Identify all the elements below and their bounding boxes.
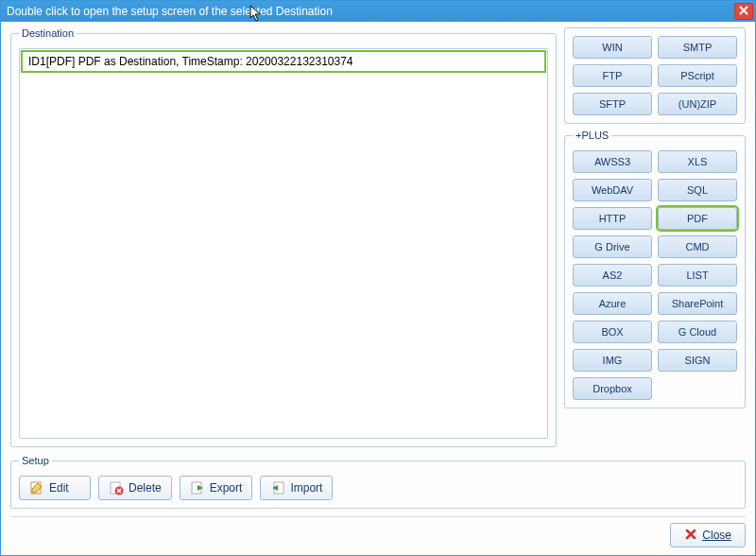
box-button[interactable]: BOX xyxy=(573,321,652,343)
azure-button[interactable]: Azure xyxy=(573,292,652,315)
destination-group: Destination ID1[PDF] PDF as Destination,… xyxy=(10,27,557,447)
close-label: Close xyxy=(702,529,731,542)
xls-button[interactable]: XLS xyxy=(658,150,737,173)
smtp-button[interactable]: SMTP xyxy=(658,36,737,59)
titlebar: Double click to open the setup screen of… xyxy=(1,1,755,22)
plus-types-grid: AWSS3 XLS WebDAV SQL HTTP PDF G Drive CM… xyxy=(573,150,737,400)
edit-button[interactable]: Edit xyxy=(19,476,91,500)
http-button[interactable]: HTTP xyxy=(573,207,652,230)
awss3-button[interactable]: AWSS3 xyxy=(573,150,652,173)
setup-legend: Setup xyxy=(19,455,52,466)
close-button[interactable]: Close xyxy=(670,523,746,547)
setup-buttons: Edit Delete Export xyxy=(19,476,737,500)
base-types-grid: WIN SMTP FTP PScript SFTP (UN)ZIP xyxy=(564,27,746,124)
unzip-button[interactable]: (UN)ZIP xyxy=(658,93,737,115)
as2-button[interactable]: AS2 xyxy=(573,264,652,287)
sftp-button[interactable]: SFTP xyxy=(573,93,652,115)
dropbox-button[interactable]: Dropbox xyxy=(573,377,652,400)
import-button[interactable]: Import xyxy=(260,476,333,500)
import-label: Import xyxy=(290,481,322,495)
export-icon xyxy=(190,480,205,495)
plus-legend: +PLUS xyxy=(573,130,611,141)
pscript-button[interactable]: PScript xyxy=(658,64,737,87)
delete-label: Delete xyxy=(129,481,162,495)
gcloud-button[interactable]: G Cloud xyxy=(658,321,737,343)
titlebar-close-button[interactable] xyxy=(734,3,753,20)
edit-label: Edit xyxy=(49,481,69,495)
img-button[interactable]: IMG xyxy=(573,349,652,372)
pdf-button[interactable]: PDF xyxy=(658,207,737,230)
webdav-button[interactable]: WebDAV xyxy=(573,179,652,201)
dialog-footer: Close xyxy=(10,516,746,547)
delete-button[interactable]: Delete xyxy=(98,476,172,500)
sql-button[interactable]: SQL xyxy=(658,179,737,201)
export-label: Export xyxy=(210,481,243,495)
dialog-window: Double click to open the setup screen of… xyxy=(0,0,756,556)
sign-button[interactable]: SIGN xyxy=(658,349,737,372)
list-button[interactable]: LIST xyxy=(658,264,737,287)
main-row: Destination ID1[PDF] PDF as Destination,… xyxy=(10,27,746,447)
destination-legend: Destination xyxy=(19,27,77,39)
export-button[interactable]: Export xyxy=(180,476,253,500)
setup-group: Setup Edit Delete xyxy=(10,455,746,509)
sharepoint-button[interactable]: SharePoint xyxy=(658,292,737,315)
dialog-body: Destination ID1[PDF] PDF as Destination,… xyxy=(1,22,755,555)
ftp-button[interactable]: FTP xyxy=(573,64,652,87)
window-title: Double click to open the setup screen of… xyxy=(7,5,734,18)
close-icon xyxy=(739,5,748,18)
delete-icon xyxy=(109,480,124,495)
edit-icon xyxy=(29,480,44,495)
close-x-icon xyxy=(684,528,697,544)
win-button[interactable]: WIN xyxy=(573,36,652,59)
cmd-button[interactable]: CMD xyxy=(658,235,737,258)
import-icon xyxy=(270,480,285,495)
plus-group: +PLUS AWSS3 XLS WebDAV SQL HTTP PDF G Dr… xyxy=(564,130,746,408)
destination-types-column: WIN SMTP FTP PScript SFTP (UN)ZIP +PLUS … xyxy=(564,27,746,447)
destination-listbox[interactable]: ID1[PDF] PDF as Destination, TimeStamp: … xyxy=(19,48,548,439)
list-item[interactable]: ID1[PDF] PDF as Destination, TimeStamp: … xyxy=(21,50,546,73)
gdrive-button[interactable]: G Drive xyxy=(573,235,652,258)
